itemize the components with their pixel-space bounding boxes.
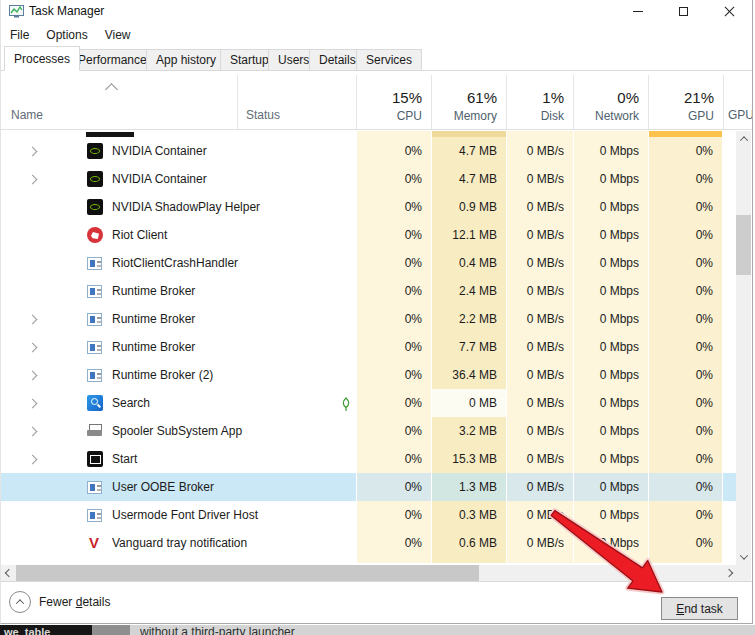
disk-cell: 0 MB/s	[506, 361, 573, 389]
tab-app-history[interactable]: App history	[146, 49, 226, 71]
column-gpu-engine[interactable]: GPU En	[728, 108, 752, 122]
table-row[interactable]: 0% 0.4 MB 0 MB/s 0 Mbps 0% RiotClientCra…	[1, 249, 736, 277]
titlebar[interactable]: Task Manager	[1, 0, 752, 23]
scroll-right-button[interactable]	[721, 565, 736, 581]
window-icon	[87, 257, 102, 270]
table-row[interactable]: 0% 12.1 MB 0 MB/s 0 Mbps 0% Riot Client	[1, 221, 736, 249]
process-name: Search	[112, 389, 150, 417]
gpu-engine-cell	[723, 221, 736, 249]
chevron-right-icon	[724, 569, 732, 577]
process-name: NVIDIA Container	[112, 137, 207, 165]
tab-services[interactable]: Services	[356, 49, 422, 71]
horizontal-scrollbar[interactable]	[1, 565, 736, 581]
disk-cell: 0 MB/s	[506, 221, 573, 249]
window-icon	[87, 341, 102, 354]
network-cell: 0 Mbps	[573, 445, 648, 473]
tab-performance[interactable]: Performance	[68, 49, 157, 71]
table-row[interactable]: 0% 0 MB 0 MB/s 0 Mbps 0% Search	[1, 389, 736, 417]
column-name[interactable]: Name	[11, 108, 43, 122]
end-task-button[interactable]: End task	[661, 597, 738, 620]
close-button[interactable]	[707, 0, 752, 23]
process-name: Riot Client	[112, 221, 167, 249]
column-divider	[723, 75, 724, 129]
vertical-scroll-thumb[interactable]	[736, 215, 751, 275]
scroll-up-button[interactable]	[736, 131, 751, 147]
window-title: Task Manager	[29, 4, 104, 18]
cpu-total-pct: 15%	[392, 89, 422, 106]
column-status[interactable]: Status	[246, 108, 280, 122]
cpu-cell: 0%	[356, 277, 431, 305]
cpu-cell: 0%	[356, 193, 431, 221]
process-list: 0% 4.7 MB 0 MB/s 0 Mbps 0% NVIDIA Contai…	[1, 131, 736, 563]
tab-processes[interactable]: Processes	[4, 46, 80, 71]
menu-file[interactable]: File	[2, 25, 37, 45]
column-disk[interactable]: 1% Disk	[506, 71, 573, 129]
memory-cell: 4.7 MB	[431, 165, 506, 193]
network-cell: 0 Mbps	[573, 529, 648, 557]
scroll-down-button[interactable]	[736, 549, 751, 565]
gpu-label: GPU	[688, 109, 714, 123]
process-name: RiotClientCrashHandler	[112, 249, 238, 277]
process-name: Runtime Broker (2)	[112, 361, 213, 389]
gpu-cell: 0%	[648, 389, 723, 417]
background-caption: without a third-party launcher	[140, 625, 295, 635]
menu-options[interactable]: Options	[38, 25, 95, 45]
column-gpu[interactable]: 21% GPU	[648, 71, 723, 129]
column-cpu[interactable]: 15% CPU	[356, 71, 431, 129]
table-row[interactable]: 0% 2.2 MB 0 MB/s 0 Mbps 0% Runtime Broke…	[1, 305, 736, 333]
disk-cell: 0 MB/s	[506, 165, 573, 193]
gpu-cell: 0%	[648, 473, 723, 501]
minimize-button[interactable]	[615, 0, 660, 23]
table-row[interactable]: 0% 3.2 MB 0 MB/s 0 Mbps 0% Spooler SubSy…	[1, 417, 736, 445]
vertical-scrollbar[interactable]	[736, 131, 751, 565]
table-row[interactable]: 0% 7.7 MB 0 MB/s 0 Mbps 0% Runtime Broke…	[1, 333, 736, 361]
column-memory[interactable]: 61% Memory	[431, 71, 506, 129]
menu-view[interactable]: View	[97, 25, 139, 45]
gpu-cell: 0%	[648, 361, 723, 389]
memory-cell: 0.6 MB	[431, 529, 506, 557]
network-label: Network	[595, 109, 639, 123]
network-cell: 0 Mbps	[573, 361, 648, 389]
disk-cell: 0 MB/s	[506, 473, 573, 501]
task-manager-window: Task Manager File Options View Processes…	[0, 0, 753, 624]
gpu-engine-cell	[723, 389, 736, 417]
maximize-button[interactable]	[661, 0, 706, 23]
memory-cell: 7.7 MB	[431, 333, 506, 361]
table-row[interactable]: 0% 1.3 MB 0 MB/s 0 Mbps 0% User OOBE Bro…	[1, 473, 736, 501]
list-filler	[1, 557, 736, 563]
disk-cell: 0 MB/s	[506, 333, 573, 361]
cpu-cell: 0%	[356, 445, 431, 473]
memory-cell: 0 MB	[431, 389, 506, 417]
disk-cell: 0 MB/s	[506, 445, 573, 473]
cpu-cell: 0%	[356, 333, 431, 361]
gpu-cell: 0%	[648, 249, 723, 277]
table-row[interactable]: 0% 15.3 MB 0 MB/s 0 Mbps 0% Start	[1, 445, 736, 473]
scroll-left-button[interactable]	[1, 565, 16, 581]
gpu-engine-cell	[723, 249, 736, 277]
table-row[interactable]: 0% 4.7 MB 0 MB/s 0 Mbps 0% NVIDIA Contai…	[1, 137, 736, 165]
fewer-details-toggle[interactable]: Fewer details	[9, 591, 110, 613]
table-row[interactable]: 0% 4.7 MB 0 MB/s 0 Mbps 0% NVIDIA Contai…	[1, 165, 736, 193]
horizontal-scroll-thumb[interactable]	[16, 565, 479, 581]
status-cell	[237, 529, 356, 557]
table-row[interactable]: 0% 0.3 MB 0 MB/s 0 Mbps 0% Usermode Font…	[1, 501, 736, 529]
network-cell: 0 Mbps	[573, 333, 648, 361]
vanguard-icon	[87, 535, 103, 551]
chevron-left-icon	[4, 569, 12, 577]
table-row[interactable]: 0% 2.4 MB 0 MB/s 0 Mbps 0% Runtime Broke…	[1, 277, 736, 305]
gpu-cell: 0%	[648, 501, 723, 529]
collapse-circle-icon	[9, 591, 31, 613]
memory-cell: 15.3 MB	[431, 445, 506, 473]
column-network[interactable]: 0% Network	[573, 71, 648, 129]
status-cell	[237, 249, 356, 277]
minimize-icon	[633, 11, 643, 12]
table-row[interactable]: 0% 36.4 MB 0 MB/s 0 Mbps 0% Runtime Brok…	[1, 361, 736, 389]
gpu-engine-cell	[723, 417, 736, 445]
table-row[interactable]: 0% 0.9 MB 0 MB/s 0 Mbps 0% NVIDIA Shadow…	[1, 193, 736, 221]
column-header: Name Status 15% CPU 61% Memory 1%	[1, 71, 752, 130]
gpu-cell: 0%	[648, 165, 723, 193]
table-row[interactable]: 0% 0.6 MB 0 MB/s 0 Mbps 0% Vanguard tray…	[1, 529, 736, 557]
gpu-cell: 0%	[648, 417, 723, 445]
disk-cell: 0 MB/s	[506, 417, 573, 445]
process-name: User OOBE Broker	[112, 473, 214, 501]
